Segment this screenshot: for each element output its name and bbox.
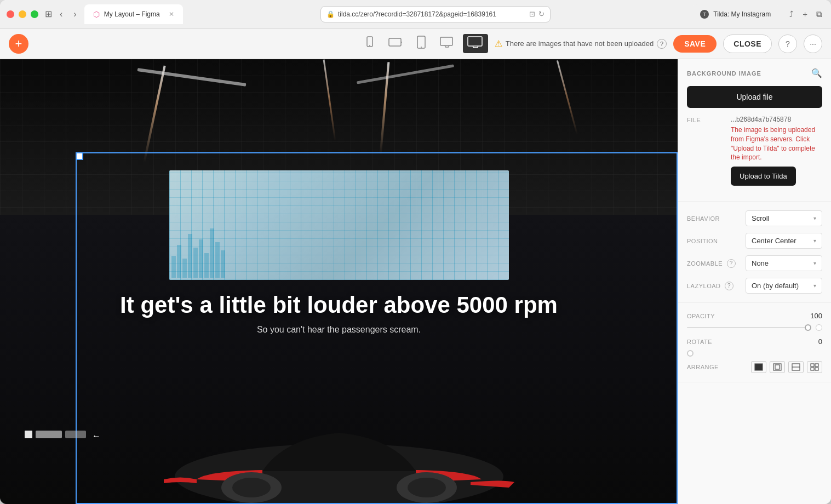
resize-handle[interactable]: [76, 152, 83, 160]
rotate-value: 0: [818, 337, 822, 346]
figma-tab-label: My Layout – Figma: [104, 10, 160, 18]
zoomable-label: ZOOMABLE ?: [687, 259, 736, 268]
device-icons: [360, 33, 488, 54]
svg-rect-4: [417, 36, 425, 48]
panel-title: BACKGROUND IMAGE: [687, 70, 761, 77]
forward-btn[interactable]: ›: [70, 8, 79, 20]
svg-point-11: [232, 478, 271, 497]
fullscreen-window-btn[interactable]: [31, 10, 38, 18]
position-select[interactable]: Center Center ▾: [746, 233, 822, 249]
url-text: tilda.cc/zero/?recordid=328718172&pageid…: [338, 10, 496, 18]
tablet-device-icon[interactable]: [411, 33, 431, 54]
refresh-icon[interactable]: ↻: [538, 10, 545, 18]
svg-rect-16: [775, 365, 780, 369]
upload-file-btn[interactable]: Upload file: [687, 86, 822, 108]
svg-rect-2: [389, 38, 401, 46]
svg-point-13: [408, 478, 446, 497]
zoomable-help-icon[interactable]: ?: [727, 259, 736, 268]
position-value: Center Center: [752, 237, 796, 245]
background-image-section: BACKGROUND IMAGE 🔍 Upload file FILE ...b…: [678, 59, 831, 202]
zoomable-chevron-icon: ▾: [813, 260, 816, 266]
behavior-value: Scroll: [752, 214, 770, 222]
zoomable-select[interactable]: None ▾: [746, 255, 822, 271]
close-btn[interactable]: CLOSE: [723, 35, 772, 53]
panel-search-icon[interactable]: 🔍: [811, 68, 822, 78]
svg-rect-19: [811, 364, 814, 366]
lock-icon: 🔒: [326, 10, 335, 18]
scene: It get's a little bit louder above 5000 …: [0, 59, 678, 504]
lazyload-label: LAZYLOAD ?: [687, 282, 733, 290]
opacity-slider[interactable]: [687, 327, 811, 328]
canvas-text: It get's a little bit louder above 5000 …: [68, 292, 610, 335]
tilda-tab-label: Tilda: My Instagram: [713, 10, 771, 18]
svg-point-3: [401, 42, 402, 43]
svg-point-1: [369, 45, 370, 46]
file-value: ...b268d4a7b745878: [731, 116, 822, 123]
titlebar: ⊞ ‹ › ⬡ My Layout – Figma ✕ 🔒 tilda.cc/z…: [0, 0, 831, 28]
traffic-lights: [7, 10, 38, 18]
figma-tab-close[interactable]: ✕: [169, 10, 174, 18]
save-btn[interactable]: SAVE: [673, 35, 717, 53]
arrange-fit-icon[interactable]: [770, 361, 785, 373]
figma-icon: ⬡: [93, 10, 100, 19]
app-toolbar: + ⚠ There are images that have not been …: [0, 28, 831, 59]
behavior-select[interactable]: Scroll ▾: [746, 210, 822, 226]
new-tab-icon[interactable]: +: [800, 7, 810, 21]
arrange-fill-icon[interactable]: [751, 361, 766, 373]
car-silhouette: [153, 202, 525, 504]
warning-text: There are images that have not been uplo…: [506, 39, 654, 48]
warning-help-icon[interactable]: ?: [657, 39, 667, 49]
desktop-small-device-icon[interactable]: [435, 34, 459, 53]
opacity-label: OPACITY: [687, 313, 715, 319]
tilda-tab-icon: T: [700, 10, 709, 19]
behavior-section: BEHAVIOR Scroll ▾ POSITION Center Center…: [678, 202, 831, 303]
share-icon[interactable]: ⤴: [787, 7, 796, 21]
svg-rect-20: [815, 364, 818, 366]
minimize-window-btn[interactable]: [19, 10, 26, 18]
position-chevron-icon: ▾: [813, 238, 816, 244]
screen-share-icon[interactable]: ⊡: [529, 10, 535, 18]
lazyload-select[interactable]: On (by default) ▾: [746, 278, 822, 294]
canvas-area[interactable]: It get's a little bit louder above 5000 …: [0, 59, 678, 504]
canvas-subtext: So you can't hear the passengers scream.: [68, 325, 610, 335]
arrange-stretch-icon[interactable]: [788, 361, 804, 373]
svg-rect-14: [755, 364, 763, 370]
arrange-label: ARRANGE: [687, 364, 719, 370]
help-btn[interactable]: ?: [778, 35, 797, 53]
warning-triangle-icon: ⚠: [495, 38, 502, 49]
add-block-btn[interactable]: +: [9, 34, 28, 54]
behavior-chevron-icon: ▾: [813, 215, 816, 221]
close-window-btn[interactable]: [7, 10, 14, 18]
main-content: It get's a little bit louder above 5000 …: [0, 59, 831, 504]
tablet-wide-device-icon[interactable]: [384, 35, 407, 53]
upload-to-tilda-btn[interactable]: Upload to Tilda: [731, 167, 796, 186]
rotate-radio[interactable]: [687, 350, 694, 357]
tilda-tab[interactable]: T Tilda: My Instagram: [692, 4, 778, 24]
opacity-circle-input[interactable]: [816, 324, 822, 331]
lower-ui-boxes: [25, 431, 86, 438]
right-panel: BACKGROUND IMAGE 🔍 Upload file FILE ...b…: [678, 59, 831, 504]
opacity-section: OPACITY 100 ROTATE 0: [678, 303, 831, 382]
split-window-icon[interactable]: ⧉: [814, 7, 824, 21]
position-label: POSITION: [687, 238, 718, 244]
titlebar-sidebar-toggle[interactable]: ⊞: [45, 9, 52, 19]
desktop-device-icon[interactable]: [463, 34, 488, 53]
lazyload-help-icon[interactable]: ?: [725, 282, 733, 290]
opacity-value: 100: [810, 312, 822, 320]
more-options-btn[interactable]: ···: [804, 35, 822, 53]
figma-tab[interactable]: ⬡ My Layout – Figma ✕: [84, 4, 183, 24]
figma-upload-notice: The image is being uploaded from Figma's…: [731, 125, 822, 162]
file-label: FILE: [687, 116, 726, 123]
arrange-tile-icon[interactable]: [807, 361, 822, 373]
canvas-headline: It get's a little bit louder above 5000 …: [68, 292, 610, 318]
behavior-label: BEHAVIOR: [687, 215, 720, 222]
lazyload-chevron-icon: ▾: [813, 283, 816, 289]
arrow-indicator: ←: [92, 431, 101, 441]
lazyload-value: On (by default): [752, 282, 799, 290]
back-btn[interactable]: ‹: [56, 8, 66, 20]
address-bar[interactable]: 🔒 tilda.cc/zero/?recordid=328718172&page…: [320, 6, 551, 22]
svg-point-5: [421, 47, 422, 48]
svg-rect-7: [468, 37, 482, 46]
zoomable-value: None: [752, 259, 769, 267]
mobile-device-icon[interactable]: [360, 34, 380, 53]
